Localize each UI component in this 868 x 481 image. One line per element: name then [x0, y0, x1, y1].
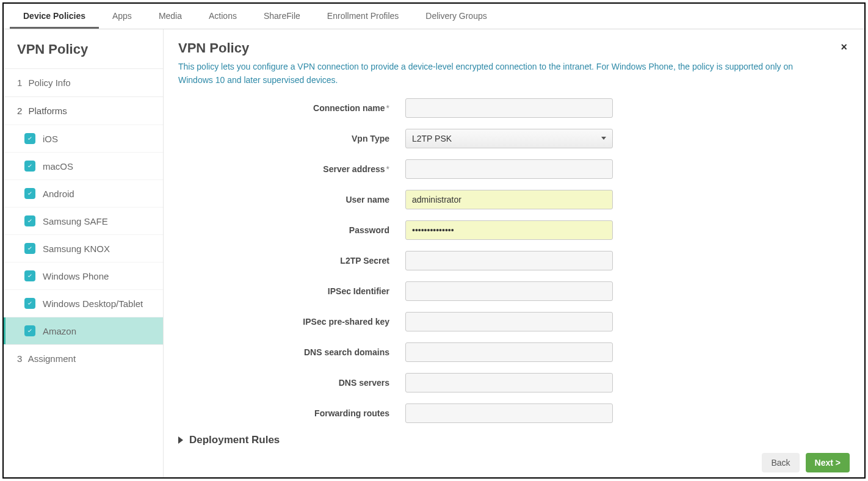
platform-samsung-knox[interactable]: Samsung KNOX: [4, 234, 163, 262]
input-dns-servers[interactable]: [405, 373, 613, 392]
label-user-name: User name: [178, 195, 405, 204]
row-vpn-type: Vpn Type L2TP PSK: [178, 129, 850, 148]
checkbox-icon[interactable]: [24, 133, 35, 144]
input-server-address[interactable]: [405, 159, 613, 179]
input-connection-name[interactable]: [405, 98, 613, 118]
step-label: Policy Info: [29, 78, 71, 88]
row-forwarding-routes: Forwarding routes: [178, 403, 850, 423]
checkbox-icon[interactable]: [24, 270, 35, 281]
tab-media[interactable]: Media: [145, 4, 195, 29]
row-user-name: User name: [178, 190, 850, 209]
label-password: Password: [178, 225, 405, 235]
select-vpn-type[interactable]: L2TP PSK: [405, 129, 613, 148]
form-area: Connection name* Vpn Type L2TP PSK Serve…: [178, 98, 850, 448]
checkbox-icon[interactable]: [24, 325, 35, 336]
page-title: VPN Policy: [178, 40, 825, 56]
tab-delivery-groups[interactable]: Delivery Groups: [412, 4, 500, 29]
tab-device-policies[interactable]: Device Policies: [10, 4, 99, 29]
back-button[interactable]: Back: [762, 453, 799, 472]
checkbox-icon[interactable]: [24, 243, 35, 254]
label-vpn-type: Vpn Type: [178, 134, 405, 143]
row-password: Password: [178, 220, 850, 240]
platform-label: Samsung SAFE: [43, 216, 108, 226]
close-icon[interactable]: ×: [838, 40, 850, 54]
sidebar-step-platforms[interactable]: 2 Platforms: [4, 96, 163, 125]
platform-amazon[interactable]: Amazon: [4, 317, 163, 344]
checkbox-icon[interactable]: [24, 188, 35, 199]
deployment-rules-label: Deployment Rules: [189, 434, 280, 446]
next-button[interactable]: Next >: [806, 453, 850, 472]
label-forwarding-routes: Forwarding routes: [178, 408, 405, 418]
row-dns-search: DNS search domains: [178, 342, 850, 362]
platform-label: Samsung KNOX: [43, 244, 110, 254]
select-value: L2TP PSK: [412, 134, 452, 143]
deployment-rules-toggle[interactable]: Deployment Rules: [178, 434, 850, 446]
tab-sharefile[interactable]: ShareFile: [250, 4, 314, 29]
body-row: VPN Policy 1 Policy Info 2 Platforms iOS…: [4, 29, 864, 477]
platform-label: Windows Phone: [43, 271, 109, 281]
platform-list: iOS macOS Android Samsung SAFE Samsung K…: [4, 125, 163, 344]
row-connection-name: Connection name*: [178, 98, 850, 118]
checkbox-icon[interactable]: [24, 161, 35, 172]
platform-macos[interactable]: macOS: [4, 152, 163, 179]
label-dns-search: DNS search domains: [178, 347, 405, 357]
step-num: 3: [17, 353, 22, 364]
chevron-down-icon: [601, 137, 606, 140]
input-l2tp-secret[interactable]: [405, 251, 613, 270]
app-frame: Device Policies Apps Media Actions Share…: [2, 2, 866, 479]
step-label: Assignment: [28, 353, 76, 364]
label-l2tp-secret: L2TP Secret: [178, 256, 405, 266]
input-ipsec-identifier[interactable]: [405, 281, 613, 301]
platform-ios[interactable]: iOS: [4, 125, 163, 152]
label-ipsec-psk: IPSec pre-shared key: [178, 317, 405, 327]
row-l2tp-secret: L2TP Secret: [178, 251, 850, 270]
input-dns-search[interactable]: [405, 342, 613, 362]
sidebar: VPN Policy 1 Policy Info 2 Platforms iOS…: [4, 29, 164, 477]
tab-apps[interactable]: Apps: [99, 4, 145, 29]
sidebar-title: VPN Policy: [4, 29, 163, 68]
row-server-address: Server address*: [178, 159, 850, 179]
sidebar-step-assignment[interactable]: 3 Assignment: [4, 344, 163, 372]
label-connection-name: Connection name*: [178, 103, 405, 113]
label-ipsec-identifier: IPSec Identifier: [178, 286, 405, 296]
page-description: This policy lets you configure a VPN con…: [178, 60, 825, 87]
tab-enrollment-profiles[interactable]: Enrollment Profiles: [314, 4, 413, 29]
main-header: VPN Policy This policy lets you configur…: [178, 40, 850, 98]
row-dns-servers: DNS servers: [178, 373, 850, 392]
platform-windows-desktop[interactable]: Windows Desktop/Tablet: [4, 289, 163, 317]
platform-label: Amazon: [43, 326, 76, 336]
step-label: Platforms: [29, 106, 67, 116]
platform-android[interactable]: Android: [4, 179, 163, 207]
tab-actions[interactable]: Actions: [195, 4, 250, 29]
row-ipsec-psk: IPSec pre-shared key: [178, 312, 850, 331]
step-num: 1: [17, 78, 22, 88]
main-panel: VPN Policy This policy lets you configur…: [164, 29, 864, 477]
sidebar-step-policy-info[interactable]: 1 Policy Info: [4, 68, 163, 96]
platform-label: Android: [43, 189, 74, 199]
label-dns-servers: DNS servers: [178, 378, 405, 388]
input-forwarding-routes[interactable]: [405, 403, 613, 423]
step-num: 2: [17, 106, 22, 116]
label-server-address: Server address*: [178, 164, 405, 174]
platform-label: iOS: [43, 134, 58, 144]
checkbox-icon[interactable]: [24, 298, 35, 309]
platform-label: macOS: [43, 161, 73, 172]
top-tabs: Device Policies Apps Media Actions Share…: [4, 4, 864, 29]
input-password[interactable]: [405, 220, 613, 240]
input-ipsec-psk[interactable]: [405, 312, 613, 331]
input-user-name[interactable]: [405, 190, 613, 209]
platform-windows-phone[interactable]: Windows Phone: [4, 262, 163, 289]
checkbox-icon[interactable]: [24, 215, 35, 226]
footer-buttons: Back Next >: [178, 448, 850, 472]
row-ipsec-identifier: IPSec Identifier: [178, 281, 850, 301]
triangle-right-icon: [178, 436, 183, 444]
platform-samsung-safe[interactable]: Samsung SAFE: [4, 207, 163, 234]
platform-label: Windows Desktop/Tablet: [43, 298, 143, 309]
